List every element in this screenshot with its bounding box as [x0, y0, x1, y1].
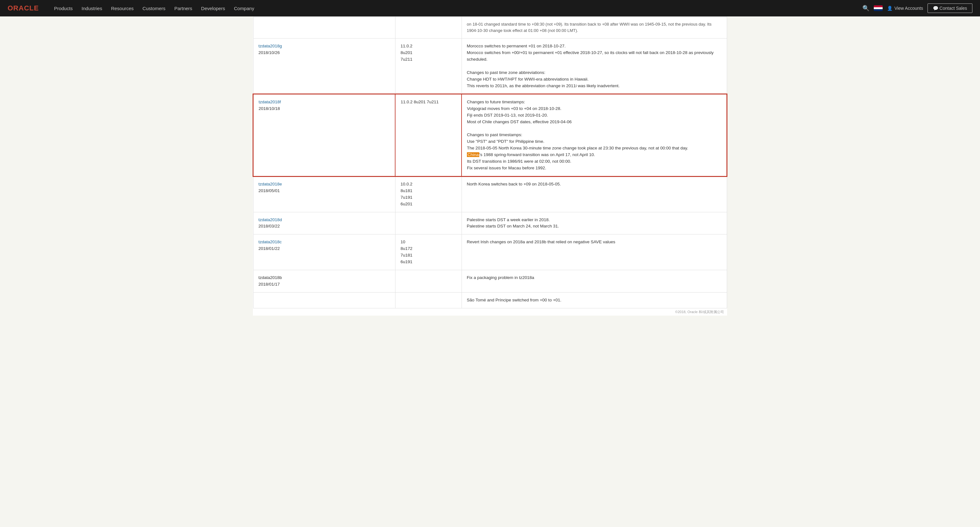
col-notes: Fix a packaging problem in tz2018a [461, 270, 727, 292]
col-notes: North Korea switches back to +09 on 2018… [461, 176, 727, 212]
col-notes: São Tomé and Príncipe switched from +00 … [461, 292, 727, 308]
col-id: tzdata2018e 2018/05/01 [253, 176, 395, 212]
account-icon: 👤 [887, 6, 892, 11]
nav-actions: 🔍 👤 View Accounts 💬 Contact Sales [862, 3, 972, 13]
contact-sales-label: Contact Sales [940, 6, 967, 11]
col-versions [395, 270, 461, 292]
nav-products[interactable]: Products [54, 6, 73, 11]
col-versions [395, 17, 461, 38]
col-id: tzdata2018f 2018/10/18 [253, 94, 395, 176]
view-accounts-label: View Accounts [894, 6, 923, 11]
table-row-tzdata2018c: tzdata2018c 2018/01/22 10 8u172 7u181 6u… [253, 235, 727, 270]
search-icon[interactable]: 🔍 [862, 5, 869, 12]
col-id [253, 292, 395, 308]
tzdata2018b-date: 2018/01/17 [259, 282, 280, 287]
china-highlight: China [467, 152, 479, 157]
tzdata2018e-link[interactable]: tzdata2018e [259, 182, 282, 186]
nav-links: Products Industries Resources Customers … [54, 6, 862, 11]
tzdata-table: on 18-01 changed standard time to +08:30… [253, 16, 727, 308]
col-id: tzdata2018g 2018/10/26 [253, 38, 395, 94]
main-content: on 18-01 changed standard time to +08:30… [253, 16, 727, 316]
table-row-tzdata2018d: tzdata2018d 2018/03/22 Palestine starts … [253, 212, 727, 235]
view-accounts-button[interactable]: 👤 View Accounts [887, 6, 923, 11]
col-id [253, 17, 395, 38]
tzdata2018f-date: 2018/10/18 [259, 106, 280, 111]
nav-developers[interactable]: Developers [201, 6, 225, 11]
nav-company[interactable]: Company [234, 6, 254, 11]
tzdata2018e-date: 2018/05/01 [259, 188, 280, 193]
nav-customers[interactable]: Customers [143, 6, 165, 11]
table-row-tzdata2018f: tzdata2018f 2018/10/18 11.0.2 8u201 7u21… [253, 94, 727, 176]
col-notes: on 18-01 changed standard time to +08:30… [461, 17, 727, 38]
nav-partners[interactable]: Partners [174, 6, 192, 11]
oracle-logo: ORACLE [8, 4, 39, 12]
footer-copyright: ©2018, Oracle 和/或其附属公司 [253, 308, 727, 316]
tzdata2018c-link[interactable]: tzdata2018c [259, 240, 282, 244]
nav-resources[interactable]: Resources [111, 6, 134, 11]
col-notes: Revert Irish changes on 2018a and 2018b … [461, 235, 727, 270]
us-flag-icon[interactable] [874, 5, 883, 11]
table-row-partial-top: on 18-01 changed standard time to +08:30… [253, 17, 727, 38]
tzdata2018d-link[interactable]: tzdata2018d [259, 217, 282, 222]
tzdata2018g-date: 2018/10/26 [259, 50, 280, 55]
col-versions: 11.0.2 8u201 7u211 [395, 38, 461, 94]
tzdata2018b-id: tzdata2018b [259, 275, 282, 280]
col-versions [395, 212, 461, 235]
col-notes: Changes to future timestamps: Volgograd … [461, 94, 727, 176]
navigation: ORACLE Products Industries Resources Cus… [0, 0, 980, 16]
nav-industries[interactable]: Industries [81, 6, 102, 11]
col-versions: 10.0.2 8u181 7u191 6u201 [395, 176, 461, 212]
col-notes: Morocco switches to permanent +01 on 201… [461, 38, 727, 94]
col-versions: 10 8u172 7u181 6u191 [395, 235, 461, 270]
col-id: tzdata2018d 2018/03/22 [253, 212, 395, 235]
table-row-tzdata2018g: tzdata2018g 2018/10/26 11.0.2 8u201 7u21… [253, 38, 727, 94]
col-versions: 11.0.2 8u201 7u211 [395, 94, 461, 176]
tzdata2018d-date: 2018/03/22 [259, 224, 280, 229]
tzdata2018f-link[interactable]: tzdata2018f [259, 100, 281, 104]
contact-sales-button[interactable]: 💬 Contact Sales [928, 3, 972, 13]
col-id: tzdata2018c 2018/01/22 [253, 235, 395, 270]
table-row-partial-bottom: São Tomé and Príncipe switched from +00 … [253, 292, 727, 308]
chat-icon: 💬 [933, 6, 938, 11]
tzdata2018c-date: 2018/01/22 [259, 246, 280, 251]
col-id: tzdata2018b 2018/01/17 [253, 270, 395, 292]
col-notes: Palestine starts DST a week earlier in 2… [461, 212, 727, 235]
col-versions [395, 292, 461, 308]
table-row-tzdata2018e: tzdata2018e 2018/05/01 10.0.2 8u181 7u19… [253, 176, 727, 212]
tzdata2018g-link[interactable]: tzdata2018g [259, 44, 282, 48]
table-row-tzdata2018b: tzdata2018b 2018/01/17 Fix a packaging p… [253, 270, 727, 292]
